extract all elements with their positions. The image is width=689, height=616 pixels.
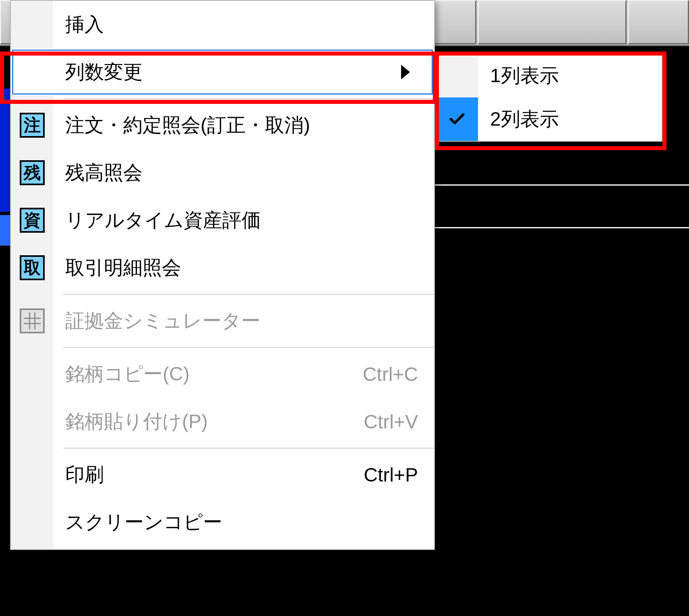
menu-item-label: 列数変更	[65, 59, 401, 85]
menu-item-label: 印刷	[65, 462, 348, 488]
menu-item-label: 挿入	[65, 12, 418, 37]
background-stripe	[0, 215, 11, 247]
submenu-column-display: 1列表示 2列表示	[435, 53, 662, 142]
background-stripe	[0, 89, 11, 213]
menu-item-shortcut: Ctrl+P	[364, 464, 418, 486]
menu-item-insert[interactable]: 挿入	[11, 1, 434, 48]
submenu-arrow-icon	[401, 65, 410, 79]
check-icon	[436, 97, 478, 141]
menu-item-label: 2列表示	[490, 106, 646, 132]
menu-item-label: スクリーンコピー	[65, 509, 418, 535]
menu-item-change-columns[interactable]: 列数変更	[11, 48, 434, 96]
background-toolbar-button	[478, 0, 627, 44]
menu-separator	[63, 98, 434, 99]
menu-item-copy-symbol[interactable]: 銘柄コピー(C) Ctrl+C	[11, 350, 434, 398]
submenu-item-1col[interactable]: 1列表示	[436, 54, 662, 97]
menu-item-order-inquiry[interactable]: 注 注文・約定照会(訂正・取消)	[11, 101, 434, 149]
menu-item-paste-symbol[interactable]: 銘柄貼り付け(P) Ctrl+V	[11, 398, 434, 445]
simulator-icon	[20, 308, 45, 333]
context-menu: 挿入 列数変更 注 注文・約定照会(訂正・取消) 残 残高照会 資 リアルタイム…	[10, 0, 435, 550]
menu-item-realtime-asset[interactable]: 資 リアルタイム資産評価	[11, 196, 434, 244]
balance-icon: 残	[20, 160, 45, 185]
background-gridline	[435, 227, 689, 228]
background-toolbar-button	[628, 0, 689, 44]
menu-item-label: 取引明細照会	[65, 255, 418, 281]
menu-item-screen-copy[interactable]: スクリーンコピー	[11, 498, 434, 546]
menu-separator	[63, 347, 434, 348]
menu-item-print[interactable]: 印刷 Ctrl+P	[11, 451, 434, 498]
menu-item-label: 銘柄貼り付け(P)	[65, 409, 348, 434]
menu-item-label: 1列表示	[490, 63, 646, 89]
menu-item-balance[interactable]: 残 残高照会	[11, 149, 434, 196]
menu-item-transaction-detail[interactable]: 取 取引明細照会	[11, 244, 434, 291]
menu-item-shortcut: Ctrl+C	[363, 363, 418, 385]
asset-icon: 資	[20, 208, 45, 233]
menu-item-label: 銘柄コピー(C)	[65, 361, 347, 387]
submenu-item-2col[interactable]: 2列表示	[436, 97, 662, 141]
menu-item-label: 証拠金シミュレーター	[65, 308, 418, 334]
transaction-icon: 取	[20, 255, 45, 280]
background-gridline	[435, 184, 689, 186]
menu-item-shortcut: Ctrl+V	[364, 411, 418, 433]
menu-item-label: リアルタイム資産評価	[65, 207, 418, 233]
menu-separator	[63, 448, 434, 449]
menu-item-label: 残高照会	[65, 160, 418, 186]
menu-item-margin-simulator[interactable]: 証拠金シミュレーター	[11, 297, 434, 345]
menu-item-label: 注文・約定照会(訂正・取消)	[65, 112, 418, 138]
order-icon: 注	[20, 113, 45, 138]
menu-separator	[63, 294, 434, 295]
